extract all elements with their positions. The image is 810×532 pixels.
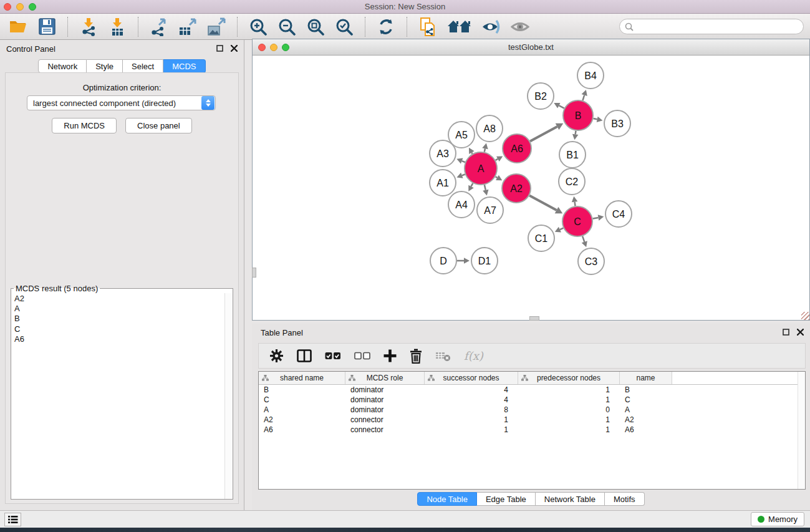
graph-edge[interactable] — [576, 131, 576, 135]
column-header-shared-name[interactable]: shared name — [259, 372, 345, 384]
export-image-icon[interactable] — [205, 16, 228, 38]
graph-edge[interactable] — [485, 185, 486, 190]
table-cell[interactable]: dominator — [345, 385, 425, 394]
network-window-titlebar[interactable]: testGlobe.txt — [253, 39, 809, 56]
table-scrollbar[interactable] — [798, 372, 805, 489]
table-cell[interactable]: A — [620, 405, 672, 414]
table-cell[interactable]: A — [259, 405, 345, 414]
table-cell[interactable]: dominator — [345, 405, 425, 414]
mcds-result-item[interactable]: A — [14, 304, 233, 314]
table-cell[interactable]: connector — [345, 415, 425, 424]
hide-eye-icon[interactable] — [480, 16, 503, 38]
table-cell[interactable]: C — [620, 395, 672, 404]
graph-edge[interactable] — [496, 159, 498, 160]
result-scrollbar[interactable] — [224, 293, 233, 499]
task-history-button[interactable] — [4, 513, 21, 526]
duplicate-network-icon[interactable] — [416, 16, 440, 38]
tab-mcds[interactable]: MCDS — [163, 59, 205, 73]
tab-select[interactable]: Select — [123, 59, 163, 73]
graph-edge[interactable] — [529, 195, 556, 210]
mcds-result-item[interactable]: C — [14, 324, 233, 334]
zoom-window-button[interactable] — [29, 3, 36, 11]
function-builder-icon[interactable]: f(x) — [464, 349, 483, 362]
graph-edge[interactable] — [462, 161, 465, 162]
table-cell[interactable]: 4 — [425, 385, 518, 394]
graph-edge[interactable] — [560, 228, 563, 230]
table-row[interactable]: A6connector11A6 — [259, 425, 805, 435]
delete-row-icon[interactable] — [410, 349, 422, 364]
column-header-successor-nodes[interactable]: successor nodes — [425, 372, 518, 384]
table-cell[interactable]: 1 — [518, 425, 620, 434]
close-panel-icon[interactable] — [231, 45, 238, 52]
graph-edge[interactable] — [582, 95, 584, 100]
mcds-result-item[interactable]: A2 — [14, 294, 233, 304]
close-panel-button[interactable]: Close panel — [125, 118, 192, 133]
table-cell[interactable]: A2 — [259, 415, 345, 424]
vertical-scroll-handle[interactable] — [252, 268, 256, 278]
table-cell[interactable]: 4 — [425, 395, 518, 404]
criterion-dropdown[interactable]: largest connected component (directed) — [27, 95, 216, 110]
table-cell[interactable]: connector — [345, 425, 425, 434]
apply-layout-icon[interactable] — [374, 16, 398, 38]
search-input[interactable] — [637, 22, 803, 31]
graph-edge[interactable] — [471, 183, 473, 186]
export-network-icon[interactable] — [147, 16, 171, 38]
network-canvas[interactable]: AA6A2BCA1A3A4A5A7A8B1B2B3B4C1C2C3C4DD1 — [253, 56, 809, 320]
memory-button[interactable]: Memory — [751, 512, 804, 526]
table-cell[interactable]: 1 — [425, 415, 518, 424]
zoom-fit-icon[interactable] — [304, 16, 327, 38]
export-table-icon[interactable] — [176, 16, 200, 38]
tab-style[interactable]: Style — [87, 59, 123, 73]
table-cell[interactable]: dominator — [345, 395, 425, 404]
graph-edge[interactable] — [559, 105, 564, 108]
mcds-result-item[interactable]: B — [14, 314, 233, 324]
zoom-in-icon[interactable] — [246, 16, 270, 38]
tab-motifs[interactable]: Motifs — [605, 492, 645, 506]
select-all-icon[interactable] — [325, 352, 341, 360]
import-table-icon[interactable] — [105, 16, 129, 38]
table-cell[interactable]: B — [259, 385, 345, 394]
table-cell[interactable]: 0 — [518, 405, 620, 414]
home-icon[interactable] — [445, 16, 475, 38]
float-panel-icon[interactable] — [216, 45, 223, 52]
resize-grip[interactable] — [801, 312, 809, 320]
table-cell[interactable]: A2 — [620, 415, 672, 424]
graph-edge[interactable] — [471, 153, 472, 154]
table-row[interactable]: Cdominator41C — [259, 395, 805, 405]
graph-edge[interactable] — [575, 202, 576, 206]
add-row-icon[interactable] — [383, 349, 397, 362]
column-header-name[interactable]: name — [620, 372, 672, 384]
network-close-button[interactable] — [258, 44, 266, 51]
open-session-icon[interactable] — [6, 16, 30, 38]
delete-table-icon[interactable] — [435, 351, 451, 362]
zoom-out-icon[interactable] — [275, 16, 299, 38]
network-minimize-button[interactable] — [270, 44, 277, 51]
tab-edge-table[interactable]: Edge Table — [477, 492, 536, 506]
close-panel-icon[interactable] — [797, 329, 804, 336]
network-zoom-button[interactable] — [282, 44, 289, 51]
show-eye-icon[interactable] — [508, 16, 532, 38]
tab-node-table[interactable]: Node Table — [417, 492, 477, 506]
graph-edge[interactable] — [593, 218, 599, 219]
table-cell[interactable]: 8 — [425, 405, 518, 414]
table-cell[interactable]: 1 — [425, 425, 518, 434]
run-mcds-button[interactable]: Run MCDS — [52, 118, 117, 133]
mcds-result-item[interactable]: A6 — [14, 334, 233, 344]
graph-edge[interactable] — [462, 175, 465, 176]
table-row[interactable]: Bdominator41B — [259, 385, 805, 395]
graph-edge[interactable] — [485, 148, 485, 152]
table-cell[interactable]: 1 — [518, 415, 620, 424]
deselect-all-icon[interactable] — [354, 352, 370, 360]
table-cell[interactable]: 1 — [518, 395, 620, 404]
close-window-button[interactable] — [4, 3, 11, 11]
tab-network-table[interactable]: Network Table — [536, 492, 605, 506]
save-session-icon[interactable] — [35, 16, 59, 38]
graph-edge[interactable] — [582, 236, 584, 242]
column-header-mcds-role[interactable]: MCDS role — [345, 372, 425, 384]
search-field[interactable] — [619, 19, 804, 34]
table-row[interactable]: A2connector11A2 — [259, 415, 805, 425]
graph-edge[interactable] — [530, 127, 557, 142]
show-columns-icon[interactable] — [297, 349, 312, 362]
table-row[interactable]: Adominator80A — [259, 405, 805, 415]
import-network-icon[interactable] — [77, 16, 100, 38]
